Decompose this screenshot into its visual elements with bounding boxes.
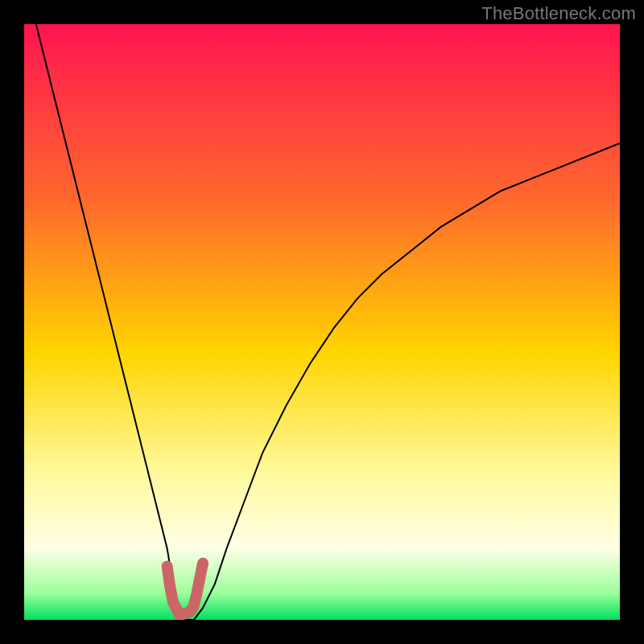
bottleneck-chart (0, 0, 644, 644)
plot-background (24, 24, 620, 620)
chart-frame: TheBottleneck.com (0, 0, 644, 644)
